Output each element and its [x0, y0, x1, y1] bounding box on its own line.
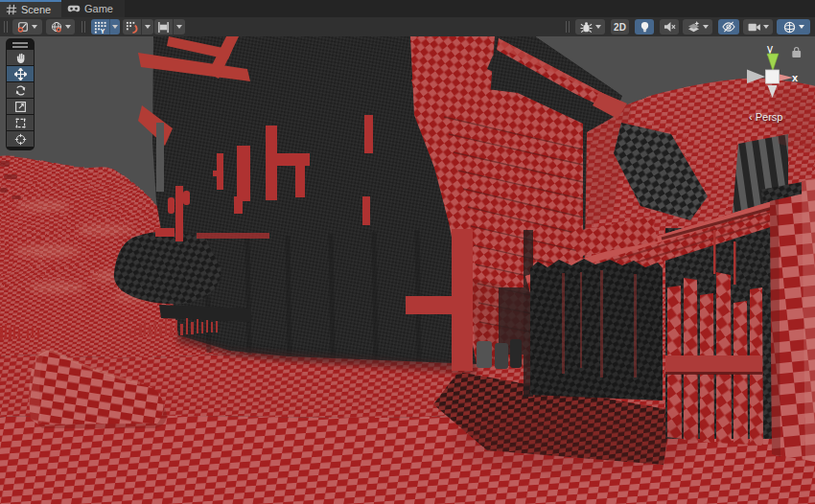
svg-text:x: x [792, 72, 799, 83]
svg-text:Y: Y [101, 27, 105, 34]
